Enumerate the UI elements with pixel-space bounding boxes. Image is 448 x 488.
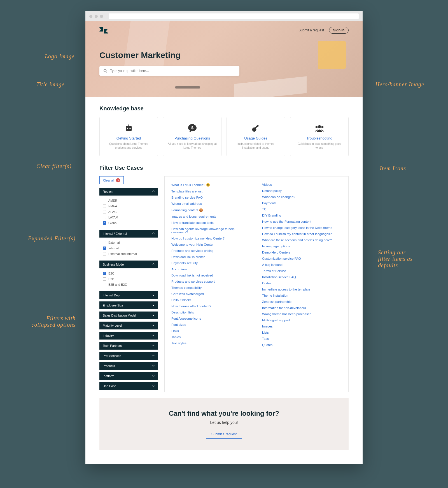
filter-option[interactable]: B2B xyxy=(101,276,157,282)
traffic-close[interactable] xyxy=(89,15,92,18)
filter-group-header[interactable]: Tech Partners xyxy=(99,342,158,350)
filter-option[interactable]: External and Internal xyxy=(101,251,157,257)
article-link[interactable]: How themes affect content? xyxy=(171,303,251,309)
article-link[interactable]: Customization service FAQ xyxy=(262,255,342,262)
article-link[interactable]: What are these sections and articles doi… xyxy=(262,237,342,243)
checkbox-icon xyxy=(103,199,106,202)
article-link[interactable]: Multilingual support xyxy=(262,317,342,323)
article-link[interactable]: How to translate custom texts xyxy=(171,220,251,226)
filter-group-header[interactable]: Products xyxy=(99,362,158,370)
filter-group-header[interactable]: Business Model xyxy=(99,261,158,268)
article-link[interactable]: Home page options xyxy=(262,243,342,249)
article-link[interactable]: Payments xyxy=(262,200,342,206)
article-link[interactable]: How to use the Formatting content xyxy=(262,219,342,225)
article-link[interactable]: TC xyxy=(262,206,342,212)
search-input[interactable] xyxy=(110,69,235,73)
filter-group-header[interactable]: Use Case xyxy=(99,382,158,390)
article-link[interactable]: Formatting content 🍪 xyxy=(171,207,251,213)
filter-group-header[interactable]: Region xyxy=(99,188,158,196)
filter-option[interactable]: AMER xyxy=(101,198,157,203)
article-link[interactable]: Download link is not received xyxy=(171,272,251,278)
article-link[interactable]: Tabs xyxy=(262,336,342,342)
article-link[interactable]: How do I customize my Help Center? xyxy=(171,235,251,241)
traffic-min[interactable] xyxy=(95,15,98,18)
filter-group: Internal / External External Internal Ex… xyxy=(99,230,158,258)
article-link[interactable]: Products and services support xyxy=(171,278,251,285)
article-link[interactable]: Videos xyxy=(262,182,342,188)
cta-block: Can't find what you're looking for? Let … xyxy=(99,398,349,450)
article-link[interactable]: Lists xyxy=(262,329,342,336)
article-link[interactable]: Font sizes xyxy=(171,322,251,328)
kb-card[interactable]: $ Purchasing Questions All you need to k… xyxy=(163,117,221,156)
filter-group-header[interactable]: Sales Distribution Model xyxy=(99,312,158,319)
filter-group-header[interactable]: Platform xyxy=(99,372,158,380)
filter-group: Use Case xyxy=(99,382,158,390)
article-link[interactable]: Installation service FAQ xyxy=(262,274,342,280)
article-link[interactable]: DIY Branding xyxy=(262,212,342,219)
article-link[interactable]: Description lists xyxy=(171,309,251,315)
article-link[interactable]: Refund policy xyxy=(262,188,342,194)
article-link[interactable]: Tables xyxy=(171,334,251,340)
robot-icon xyxy=(124,123,134,133)
clear-filters-button[interactable]: Clear all 3 xyxy=(99,176,124,184)
article-link[interactable]: Theme installation xyxy=(262,292,342,299)
zendesk-logo[interactable] xyxy=(99,27,108,34)
article-link[interactable]: Welcome to your Help Center! xyxy=(171,241,251,248)
article-link[interactable]: Images and icons requirements xyxy=(171,213,251,220)
article-link[interactable]: Information for non-developers xyxy=(262,305,342,311)
filter-option[interactable]: APAC xyxy=(101,209,157,215)
article-link[interactable]: Immediate access to the template xyxy=(262,286,342,292)
kb-card[interactable]: Usage Guides Instructions related to the… xyxy=(227,117,285,156)
filter-group-header[interactable]: Internal Dep xyxy=(99,291,158,299)
article-link[interactable]: Themes compatibility xyxy=(171,285,251,291)
filter-group: Business Model B2C B2B B2B and B2C xyxy=(99,261,158,289)
article-link[interactable]: Callout blocks xyxy=(171,297,251,303)
article-link[interactable]: How to change category icons in the Delt… xyxy=(262,225,342,231)
article-link[interactable]: Accordions xyxy=(171,266,251,272)
filter-option[interactable]: Internal xyxy=(101,245,157,251)
filter-option[interactable]: External xyxy=(101,240,157,245)
article-link[interactable]: What is Lotus Themes? 😊 xyxy=(171,182,251,188)
article-link[interactable]: Text styles xyxy=(171,340,251,346)
article-link[interactable]: How do I publish my content in other lan… xyxy=(262,231,342,237)
filter-option[interactable]: Global xyxy=(101,220,157,226)
submit-request-link[interactable]: Submit a request xyxy=(298,28,324,32)
filter-option[interactable]: LATAM xyxy=(101,215,157,220)
article-link[interactable]: How can agents leverage knowledge to hel… xyxy=(171,226,251,235)
kb-card[interactable]: Troubleshooting Guidelines in case somet… xyxy=(290,117,349,156)
filter-group-header[interactable]: Internal / External xyxy=(99,230,158,238)
filter-group-header[interactable]: Maturity Level xyxy=(99,322,158,329)
filter-group-header[interactable]: Prof Services xyxy=(99,352,158,360)
article-link[interactable]: Download link is broken xyxy=(171,254,251,260)
article-link[interactable]: Codes xyxy=(262,280,342,286)
cta-submit-button[interactable]: Submit a request xyxy=(206,430,242,439)
filter-group-name: Platform xyxy=(103,374,114,378)
article-link[interactable]: Products and services pricing xyxy=(171,248,251,254)
article-link[interactable]: Images xyxy=(262,323,342,329)
article-link[interactable]: Wrong email address xyxy=(171,201,251,207)
search-bar[interactable] xyxy=(99,66,239,76)
traffic-max[interactable] xyxy=(100,15,103,18)
kb-card[interactable]: Getting Started Questions about Lotus Th… xyxy=(99,117,158,156)
filter-option[interactable]: B2C xyxy=(101,271,157,276)
article-link[interactable]: Links xyxy=(171,328,251,334)
article-link[interactable]: Demo Help Centers xyxy=(262,249,342,255)
filter-option[interactable]: EMEA xyxy=(101,203,157,209)
article-link[interactable]: Font Awesome icons xyxy=(171,315,251,322)
article-link[interactable]: What can be changed? xyxy=(262,194,342,200)
article-link[interactable]: Payments security xyxy=(171,260,251,266)
sign-in-button[interactable]: Sign in xyxy=(329,27,349,34)
callout-icon: Item Icons xyxy=(380,165,406,172)
filter-option[interactable]: B2B and B2C xyxy=(101,282,157,287)
article-link[interactable]: Zendesk partnership xyxy=(262,299,342,305)
article-link[interactable]: Branding service FAQ xyxy=(171,194,251,201)
article-link[interactable]: A bug is found xyxy=(262,262,342,268)
article-link[interactable]: Template files are lost xyxy=(171,188,251,194)
article-link[interactable]: Terms of Service xyxy=(262,268,342,274)
filter-group-header[interactable]: Industry xyxy=(99,332,158,340)
article-link[interactable]: Wrong theme has been purchased xyxy=(262,311,342,317)
article-link[interactable]: Card was overcharged xyxy=(171,291,251,297)
article-link[interactable]: Quotes xyxy=(262,342,342,348)
filter-group-header[interactable]: Employee Size xyxy=(99,301,158,309)
address-bar[interactable] xyxy=(109,13,359,19)
